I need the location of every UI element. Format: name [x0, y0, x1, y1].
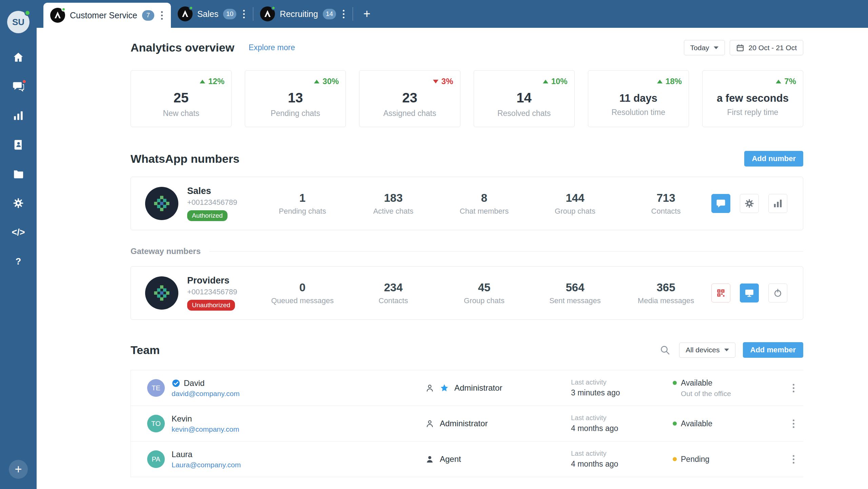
row-menu-kebab-icon[interactable]	[791, 382, 796, 394]
sidebar-add-button[interactable]: +	[9, 460, 28, 479]
stat-value: 234	[348, 281, 439, 294]
sidebar-nav: </> ?	[11, 51, 26, 268]
team-title: Team	[131, 344, 160, 357]
verified-badge-icon	[172, 379, 180, 388]
calendar-icon	[736, 44, 744, 52]
tab-menu-kebab-icon[interactable]	[241, 8, 247, 20]
status-badge: Authorized	[187, 210, 228, 221]
stat-label: Media messages	[620, 296, 711, 305]
stat-label: Chat members	[439, 207, 530, 216]
stat-value: 13	[288, 90, 303, 105]
qr-code-button[interactable]	[711, 283, 730, 302]
tab-divider	[353, 7, 353, 21]
activity-value: 4 months ago	[571, 459, 673, 469]
sidebar-item-help[interactable]: ?	[11, 255, 26, 268]
trend-up-icon	[776, 80, 781, 83]
stat-label: Pending chats	[257, 207, 348, 216]
activity-label: Last activity	[571, 450, 673, 457]
number-name: Sales	[187, 186, 237, 196]
member-avatar: TO	[147, 415, 165, 432]
sidebar-item-folders[interactable]	[11, 168, 26, 180]
delta-value: 30%	[322, 77, 339, 86]
member-status: Available	[681, 378, 712, 388]
monitor-icon	[744, 288, 754, 298]
status-dot	[673, 457, 677, 461]
workspace-logo	[178, 6, 193, 21]
main-content: Analytics overview Explore more Today 20…	[37, 28, 868, 489]
sidebar-item-integrations[interactable]: </>	[11, 226, 26, 239]
tab-recruiting[interactable]: Recruiting 14	[253, 0, 353, 28]
stat-label: New chats	[163, 109, 199, 118]
member-role: Administrator	[454, 383, 502, 393]
trend-up-icon	[200, 80, 205, 83]
sidebar-item-analytics[interactable]	[11, 109, 26, 122]
explore-more-link[interactable]: Explore more	[249, 43, 295, 52]
contacts-icon	[13, 139, 24, 151]
stat-card-first-reply-time: 7% a few seconds First reply time	[702, 70, 803, 127]
row-menu-kebab-icon[interactable]	[791, 453, 796, 466]
stat-label: Group chats	[439, 296, 530, 305]
trend-up-icon	[657, 80, 663, 83]
row-menu-kebab-icon[interactable]	[791, 417, 796, 430]
tab-menu-kebab-icon[interactable]	[159, 9, 165, 22]
period-dropdown[interactable]: Today	[684, 40, 725, 55]
trend-down-icon	[433, 80, 438, 83]
stat-value: 0	[257, 281, 348, 294]
add-workspace-button[interactable]: +	[356, 0, 377, 28]
chevron-down-icon	[714, 46, 718, 49]
whatsapp-numbers-header: WhatsApp numbers Add number	[131, 151, 803, 167]
tab-sales[interactable]: Sales 10	[171, 0, 253, 28]
online-status-dot	[24, 10, 31, 16]
add-member-button[interactable]: Add member	[743, 342, 803, 358]
stat-value: 1	[257, 192, 348, 204]
user-avatar[interactable]: SU	[7, 11, 29, 33]
number-analytics-button[interactable]	[768, 194, 787, 213]
power-icon	[773, 288, 783, 298]
tab-customer-service[interactable]: Customer Service 7	[43, 3, 171, 28]
workspace-tabs: Customer Service 7 Sales 10 Recruiting 1…	[37, 0, 377, 28]
member-email-link[interactable]: Laura@company.com	[172, 461, 241, 469]
team-table: TE David david@company.com Administrator	[131, 370, 803, 477]
stat-label: Contacts	[620, 207, 711, 216]
number-stats: 0Queued messages 234Contacts 45Group cha…	[257, 281, 711, 305]
stat-value: 25	[174, 90, 189, 105]
device-filter-dropdown[interactable]: All devices	[679, 343, 735, 358]
member-email-link[interactable]: kevin@company.com	[172, 425, 239, 433]
activity-label: Last activity	[571, 414, 673, 422]
date-range-button[interactable]: 20 Oct - 21 Oct	[730, 40, 803, 55]
sidebar-item-chats[interactable]	[11, 80, 26, 93]
add-number-button[interactable]: Add number	[744, 151, 803, 167]
stat-value: 183	[348, 192, 439, 204]
sidebar-item-home[interactable]	[11, 51, 26, 64]
team-search-button[interactable]	[659, 345, 670, 355]
member-avatar: PA	[147, 450, 165, 468]
tab-menu-kebab-icon[interactable]	[341, 8, 347, 20]
open-chats-button[interactable]	[711, 194, 730, 213]
gear-icon	[744, 198, 754, 209]
number-settings-button[interactable]	[740, 194, 759, 213]
stat-card-new-chats: 12% 25 New chats	[131, 70, 232, 127]
delta-value: 7%	[784, 77, 796, 86]
sidebar-item-settings[interactable]	[11, 197, 26, 210]
sidebar-item-contacts[interactable]	[11, 138, 26, 151]
power-button[interactable]	[768, 283, 787, 302]
stat-value: 144	[530, 192, 620, 204]
qr-code-icon	[716, 288, 726, 298]
delta-value: 3%	[441, 77, 453, 86]
number-identicon-avatar	[145, 187, 178, 220]
member-status-note: Out of the office	[681, 390, 791, 398]
stat-label: Queued messages	[257, 296, 348, 305]
stat-label: Pending chats	[271, 109, 320, 118]
whatsapp-number-card: Sales +00123456789 Authorized 1Pending c…	[131, 177, 803, 230]
stat-label: Active chats	[348, 207, 439, 216]
stat-card-resolved-chats: 10% 14 Resolved chats	[474, 70, 575, 127]
stat-card-assigned-chats: 3% 23 Assigned chats	[359, 70, 460, 127]
member-email-link[interactable]: david@company.com	[172, 390, 240, 398]
activity-value: 3 minutes ago	[571, 388, 673, 397]
folder-icon	[13, 168, 24, 180]
stat-value: 11 days	[619, 92, 657, 104]
status-dot	[673, 381, 677, 385]
stat-label: Contacts	[348, 296, 439, 305]
gateway-console-button[interactable]	[740, 283, 759, 302]
tab-unread-badge: 10	[223, 9, 236, 19]
